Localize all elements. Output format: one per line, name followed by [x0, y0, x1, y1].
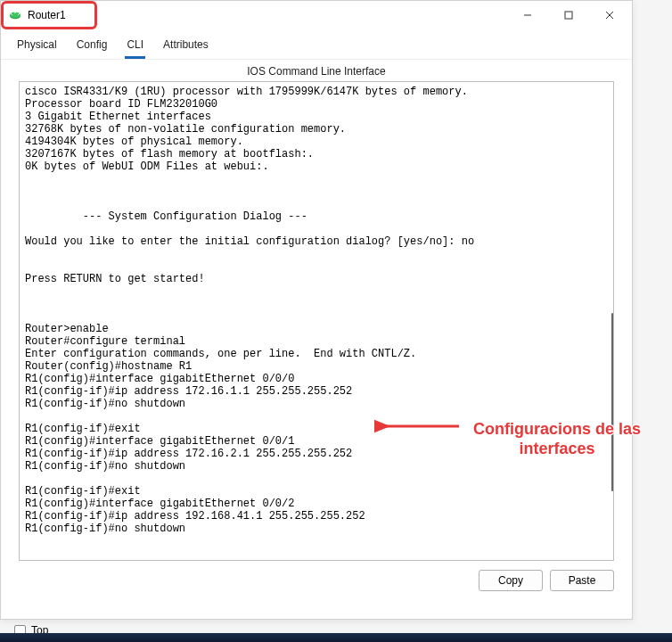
app-window: Router1 Physical Config CLI Attributes I…: [0, 0, 633, 620]
titlebar: Router1: [1, 1, 632, 29]
scrollbar-thumb[interactable]: [611, 313, 613, 491]
paste-button[interactable]: Paste: [550, 570, 614, 591]
tab-bar: Physical Config CLI Attributes: [1, 29, 632, 59]
window-controls: [507, 1, 630, 29]
bottom-decoration: [0, 633, 672, 642]
cli-terminal[interactable]: cisco ISR4331/K9 (1RU) processor with 17…: [19, 81, 614, 561]
router-icon: [8, 8, 22, 22]
close-button[interactable]: [589, 1, 630, 29]
tab-physical[interactable]: Physical: [15, 33, 59, 59]
copy-button[interactable]: Copy: [479, 570, 543, 591]
minimize-button[interactable]: [507, 1, 548, 29]
button-row: Copy Paste: [1, 561, 632, 591]
cli-subheader: IOS Command Line Interface: [1, 59, 632, 81]
svg-rect-3: [565, 12, 572, 19]
window-title: Router1: [28, 9, 66, 21]
maximize-button[interactable]: [548, 1, 589, 29]
terminal-container: cisco ISR4331/K9 (1RU) processor with 17…: [19, 81, 614, 561]
tab-cli[interactable]: CLI: [125, 33, 145, 59]
tab-attributes[interactable]: Attributes: [161, 33, 210, 59]
tab-config[interactable]: Config: [75, 33, 110, 59]
annotation-text: Configuracions de las interfaces: [463, 419, 651, 458]
titlebar-left: Router1: [8, 8, 66, 22]
